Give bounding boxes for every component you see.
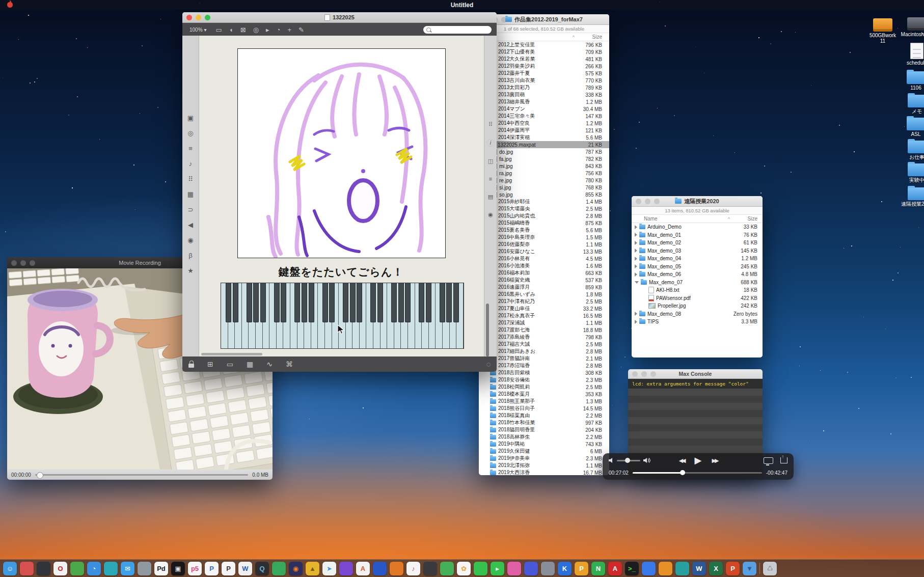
minimize-button[interactable] — [20, 260, 26, 266]
file-row[interactable]: mi.jpg843 KB — [479, 162, 609, 170]
dock-itunes[interactable]: ♪ — [406, 562, 420, 575]
kslider-piano[interactable] — [221, 283, 464, 349]
dock-p5[interactable]: p5 — [188, 562, 202, 575]
desktop-icon-メモ[interactable]: メモ — [901, 95, 924, 114]
file-row[interactable]: 2017添島綾香798 KB — [479, 334, 609, 341]
presentation-mode-icon[interactable]: ▭ — [227, 361, 233, 368]
finder1-title-bar[interactable]: 作品集2012-2019_forMax7 — [479, 14, 609, 25]
file-row[interactable]: Propeller.jpg242 KB — [632, 302, 763, 310]
close-button[interactable] — [632, 371, 638, 377]
zoom-button[interactable] — [654, 199, 660, 204]
file-row[interactable]: 2015山内祐貴也2.8 MB — [479, 212, 609, 219]
dock-app-purple[interactable] — [339, 562, 353, 575]
file-row[interactable]: Max_demo_064.8 MB — [632, 270, 763, 279]
piano-black-key[interactable] — [247, 283, 252, 322]
dock-app-gray-2[interactable] — [541, 562, 555, 575]
name-column-header[interactable]: Name — [632, 216, 658, 222]
file-row[interactable]: ra.jpg756 KB — [479, 170, 609, 177]
piano-black-key[interactable] — [343, 283, 348, 322]
toggle-icon[interactable]: ◎ — [253, 26, 259, 33]
dock-pages[interactable]: P — [575, 562, 588, 575]
dock-maps[interactable]: ➤ — [322, 562, 336, 575]
inspector-info-icon[interactable]: i — [487, 139, 495, 147]
patcher-windows-icon[interactable]: ⊞ — [207, 361, 213, 368]
lcd-drawing[interactable] — [237, 48, 446, 258]
disclosure-triangle[interactable] — [635, 281, 639, 284]
disclosure-triangle[interactable] — [635, 225, 637, 229]
columns-icon[interactable]: ◫ — [488, 158, 493, 164]
file-row[interactable]: 2016安藤ひなこ13.3 MB — [479, 248, 609, 255]
desktop-icon-お仕事[interactable]: お仕事 — [901, 141, 924, 160]
file-row[interactable]: 2017福吉大誠2.5 MB — [479, 341, 609, 348]
dock-finder[interactable]: ☺ — [3, 562, 17, 575]
dock-app-orange-2[interactable] — [659, 562, 672, 575]
piano-black-key[interactable] — [281, 283, 286, 322]
file-row[interactable]: 2018榎本葉月353 KB — [479, 391, 609, 398]
file-row[interactable]: 2018松岡凱莉2.5 MB — [479, 383, 609, 391]
close-button[interactable] — [11, 260, 17, 266]
file-row[interactable]: 2019久保田健6 MB — [479, 448, 609, 455]
dock-powerpoint[interactable]: P — [726, 562, 740, 575]
object-palette-icon[interactable]: ▣ — [187, 115, 194, 121]
file-row[interactable]: Arduino_Demo33 KB — [632, 223, 763, 231]
desktop-icon-Macintosh-HD[interactable]: Macintosh HD — [901, 17, 924, 37]
file-row[interactable]: do.jpg787 KB — [479, 148, 609, 155]
grid-snap-icon[interactable]: ▦ — [247, 361, 253, 368]
dock-app-white-p[interactable]: P — [222, 562, 235, 575]
file-row[interactable]: TIPS3.3 MB — [632, 318, 763, 326]
file-row[interactable]: 1322025.maxpat21 KB — [479, 141, 609, 148]
file-row[interactable]: 2016黒井いずみ1.8 MB — [479, 291, 609, 298]
file-row[interactable]: so.jpg855 KB — [479, 191, 609, 198]
matrix-icon[interactable]: ⠿ — [188, 176, 193, 182]
audio-icon[interactable]: ◎ — [187, 130, 193, 136]
list-icon[interactable]: ≡ — [489, 176, 492, 182]
file-row[interactable]: 2018竹本和佳菜997 KB — [479, 419, 609, 426]
snapshot-camera-icon[interactable]: ◉ — [488, 211, 493, 218]
file-row[interactable]: 2013太田彩乃789 KB — [479, 84, 609, 91]
file-row[interactable]: 2012下山優有美709 KB — [479, 48, 609, 56]
dock-app-dark[interactable] — [37, 562, 50, 575]
piano-black-key[interactable] — [419, 283, 424, 322]
message-box-icon[interactable]: ◖ — [229, 26, 233, 33]
media-icon[interactable]: ▦ — [187, 191, 194, 198]
piano-black-key[interactable] — [322, 283, 328, 322]
file-row[interactable]: Max_demo_0176 KB — [632, 231, 763, 239]
piano-black-key[interactable] — [440, 283, 445, 322]
piano-black-key[interactable] — [446, 283, 452, 322]
dock-app-red[interactable] — [20, 562, 34, 575]
dock-app-blue-4[interactable] — [642, 562, 656, 575]
file-row[interactable]: 2017中澤有紀乃2.5 MB — [479, 298, 609, 305]
dock-keynote[interactable]: K — [558, 562, 572, 575]
file-row[interactable]: 2016稲賀史織537 KB — [479, 277, 609, 284]
dock-word[interactable]: W — [692, 562, 706, 575]
file-row[interactable]: re.jpg780 KB — [479, 177, 609, 184]
playback-progress-knob[interactable] — [680, 470, 685, 475]
minimize-button[interactable] — [196, 15, 201, 20]
zoom-button[interactable] — [501, 17, 507, 22]
volume-min-icon[interactable] — [609, 458, 614, 463]
file-row[interactable]: 2018稲葉真由2.2 MB — [479, 412, 609, 419]
disclosure-triangle[interactable] — [635, 241, 637, 245]
midi-icon[interactable]: ♪ — [189, 160, 193, 167]
file-row[interactable]: 2018熊谷日向子14.5 MB — [479, 405, 609, 412]
desktop-icon-実験中[interactable]: 実験中 — [901, 163, 924, 183]
file-row[interactable]: 2017深浦誠1.1 MB — [479, 319, 609, 326]
console-title-bar[interactable]: Max Console — [628, 369, 763, 379]
dock-app-green-2[interactable] — [272, 562, 286, 575]
dock-app-pink[interactable] — [507, 562, 521, 575]
minimize-button[interactable] — [645, 199, 650, 204]
horizontal-scrollbar-thumb[interactable] — [201, 353, 262, 355]
size-column-header[interactable]: Size — [730, 216, 763, 222]
console-warning-message[interactable]: lcd: extra arguments for message "color" — [628, 379, 763, 389]
file-row[interactable]: 2017曾脇詩南2.1 MB — [479, 355, 609, 362]
disclosure-triangle[interactable] — [635, 320, 637, 324]
dock-processing[interactable]: P — [205, 562, 219, 575]
patch-search-field[interactable] — [423, 26, 492, 34]
dock-app-white-w[interactable]: W — [238, 562, 252, 575]
play-button[interactable]: ▶ — [695, 455, 702, 466]
airplay-display-icon[interactable] — [764, 457, 773, 464]
disclosure-triangle[interactable] — [635, 249, 637, 253]
piano-black-key[interactable] — [329, 283, 335, 322]
piano-black-key[interactable] — [377, 283, 383, 322]
fast-forward-button[interactable]: ▶▶ — [712, 457, 717, 464]
